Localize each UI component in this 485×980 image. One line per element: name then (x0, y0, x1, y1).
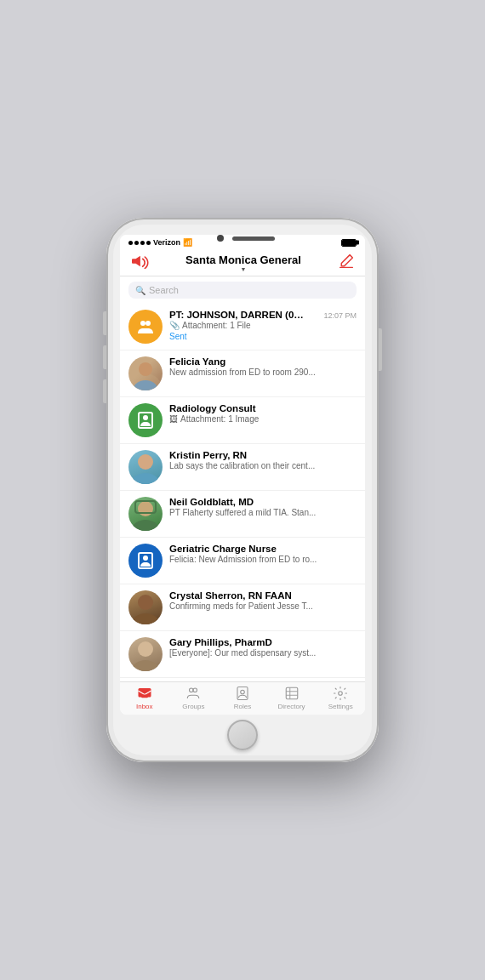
svg-point-10 (132, 520, 159, 531)
svg-point-8 (132, 473, 159, 484)
svg-point-7 (138, 454, 153, 470)
avatar (128, 590, 163, 624)
earpiece-speaker (232, 236, 275, 241)
svg-point-17 (132, 660, 159, 671)
svg-point-3 (139, 362, 152, 376)
message-preview: Confirming meds for Patient Jesse T... (169, 601, 357, 611)
announce-icon (130, 254, 149, 269)
inbox-icon (137, 686, 152, 701)
search-icon: 🔍 (135, 286, 146, 295)
vol-down-button (103, 379, 106, 403)
wifi-icon: 📶 (183, 238, 192, 247)
image-icon: 🖼 (169, 414, 178, 424)
list-item[interactable]: Radiology Consult 🖼 Attachment: 1 Image (120, 397, 365, 444)
tab-groups[interactable]: Groups (169, 686, 219, 710)
settings-icon (333, 686, 348, 701)
svg-point-14 (138, 595, 153, 610)
phone-top (111, 226, 374, 231)
signal-strength (128, 241, 151, 245)
carrier-name: Verizon (153, 238, 180, 247)
message-content: Gary Phillips, PharmD [Everyone]: Our me… (169, 637, 357, 658)
list-item[interactable]: Geriatric Charge Nurse Felicia: New Admi… (120, 538, 365, 584)
avatar (128, 356, 163, 390)
chevron-down-icon: ▼ (241, 266, 247, 272)
attachment-icon: 📎 (169, 321, 180, 330)
avatar (128, 637, 163, 671)
message-list: PT: JOHNSON, DARREN (01-31... 12:07 PM 📎… (120, 304, 365, 681)
message-status: Sent (169, 332, 357, 341)
message-preview: Felicia: New Admission from ED to ro... (169, 555, 357, 564)
message-sender: PT: JOHNSON, DARREN (01-31... (169, 310, 305, 320)
tab-roles-label: Roles (234, 703, 251, 710)
message-preview: PT Flaherty suffered a mild TIA. Stan... (169, 508, 357, 517)
message-sender: Kristin Perry, RN (169, 450, 247, 460)
directory-icon (284, 686, 300, 701)
avatar-photo-svg (128, 497, 163, 531)
message-sender: Gary Phillips, PharmD (169, 637, 272, 647)
message-content: Crystal Sherron, RN FAAN Confirming meds… (169, 590, 357, 611)
message-time: 12:07 PM (323, 311, 357, 320)
list-item[interactable]: Neil Goldblatt, MD PT Flaherty suffered … (120, 491, 365, 538)
battery-fill (342, 240, 356, 246)
svg-point-13 (143, 556, 148, 561)
home-button[interactable] (227, 720, 258, 750)
phone-screen: Verizon 📶 Santa Monica General ▼ (120, 235, 365, 715)
message-preview: Lab says the calibration on their cent..… (169, 461, 357, 470)
svg-point-9 (138, 501, 153, 516)
svg-point-20 (190, 688, 194, 692)
list-item[interactable]: Gary Phillips, PharmD [Everyone]: Our me… (120, 631, 365, 678)
tab-settings[interactable]: Settings (316, 686, 365, 710)
svg-point-15 (132, 613, 159, 624)
search-bar[interactable]: 🔍 Search (128, 282, 357, 299)
role-icon (135, 550, 156, 571)
message-content: Neil Goldblatt, MD PT Flaherty suffered … (169, 497, 357, 517)
compose-button[interactable] (338, 254, 355, 272)
svg-point-16 (138, 641, 153, 657)
header-title-area[interactable]: Santa Monica General ▼ (185, 254, 301, 272)
list-item[interactable]: PT: JOHNSON, DARREN (01-31... 12:07 PM 📎… (120, 304, 365, 350)
list-item[interactable]: Felicia Yang New admission from ED to ro… (120, 350, 365, 397)
message-top-row: Neil Goldblatt, MD (169, 497, 357, 507)
svg-point-1 (146, 321, 151, 326)
search-placeholder: Search (149, 285, 179, 295)
svg-point-28 (339, 692, 343, 696)
front-camera-area (217, 235, 275, 242)
svg-point-23 (241, 690, 245, 694)
list-item[interactable]: Crystal Sherron, RN FAAN Confirming meds… (120, 584, 365, 631)
group-icon (135, 316, 156, 337)
avatar (128, 403, 163, 437)
camera-lens (217, 235, 224, 242)
tab-inbox-label: Inbox (136, 703, 153, 710)
message-top-row: PT: JOHNSON, DARREN (01-31... 12:07 PM (169, 310, 357, 320)
message-top-row: Geriatric Charge Nurse (169, 544, 357, 554)
status-left: Verizon 📶 (128, 238, 192, 247)
message-preview: 🖼 Attachment: 1 Image (169, 414, 357, 424)
hospital-name: Santa Monica General (185, 254, 301, 266)
message-top-row: Gary Phillips, PharmD (169, 637, 357, 647)
signal-dot-4 (146, 241, 151, 245)
message-sender: Radiology Consult (169, 403, 256, 413)
tab-directory[interactable]: Directory (267, 686, 317, 710)
phone-frame: Verizon 📶 Santa Monica General ▼ (106, 218, 379, 762)
avatar-photo-svg (128, 637, 163, 671)
tab-inbox[interactable]: Inbox (120, 686, 169, 710)
tab-groups-label: Groups (182, 703, 204, 710)
signal-dot-3 (140, 241, 145, 245)
message-sender: Neil Goldblatt, MD (169, 497, 254, 507)
attachment-text: Attachment: 1 File (182, 321, 251, 330)
message-content: PT: JOHNSON, DARREN (01-31... 12:07 PM 📎… (169, 310, 357, 341)
announce-button[interactable] (130, 254, 149, 272)
battery-icon (341, 239, 357, 247)
message-top-row: Felicia Yang (169, 356, 357, 367)
tab-bar: Inbox Groups Roles (120, 681, 365, 715)
message-sender: Geriatric Charge Nurse (169, 544, 277, 554)
tab-roles[interactable]: Roles (218, 686, 267, 710)
message-content: Radiology Consult 🖼 Attachment: 1 Image (169, 403, 357, 424)
list-item[interactable]: Kristin Perry, RN Lab says the calibrati… (120, 444, 365, 491)
roles-icon (235, 686, 250, 701)
attachment-text: Attachment: 1 Image (180, 414, 259, 424)
avatar-photo-svg (128, 450, 163, 484)
message-content: Felicia Yang New admission from ED to ro… (169, 356, 357, 377)
message-sender: Felicia Yang (169, 356, 225, 367)
compose-icon (338, 254, 355, 269)
